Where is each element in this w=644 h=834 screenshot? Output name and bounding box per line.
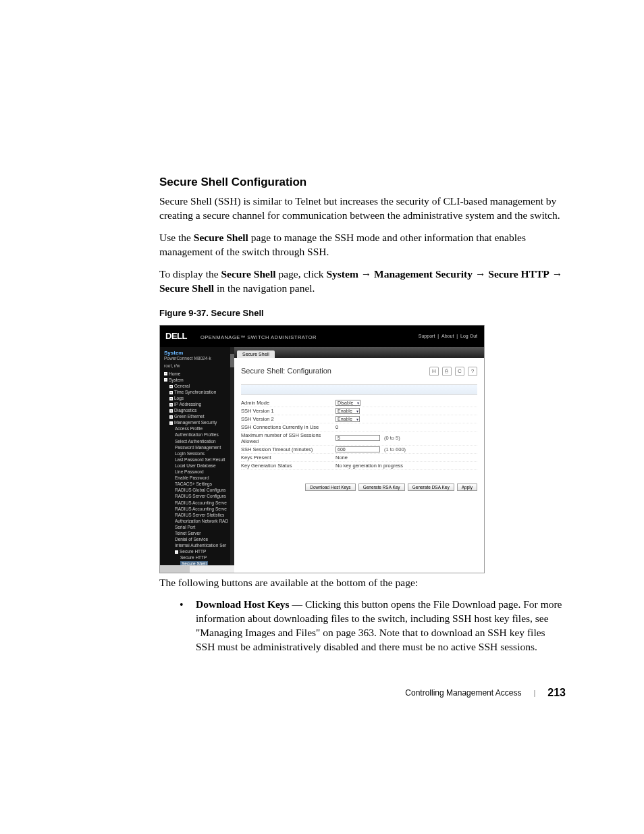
nav-item[interactable]: Secure HTTP (180, 554, 234, 561)
page-footer: Controlling Management Access | 213 (405, 687, 566, 699)
nav-item-label: RADIUS Server Statistics (175, 513, 224, 517)
nav-item[interactable]: +Logs (169, 395, 234, 401)
nav-item-label: Access Profile (175, 426, 203, 431)
generate-rsa-key-button[interactable]: Generate RSA Key (358, 484, 405, 491)
print-icon[interactable]: ⎙ (442, 367, 452, 376)
paragraph-after-figure: The following buttons are available at t… (159, 576, 566, 590)
nav-item[interactable]: Enable Password (175, 475, 234, 481)
tree-toggle-icon[interactable]: + (169, 403, 173, 407)
nav-item[interactable]: Line Password (175, 469, 234, 475)
nav-item[interactable]: Last Password Set Result (175, 457, 234, 463)
nav-item[interactable]: RADIUS Server Configura (175, 493, 234, 499)
tree-toggle-icon[interactable]: − (169, 421, 173, 425)
app-title: OPENMANAGE™ SWITCH ADMINISTRATOR (200, 334, 317, 340)
nav-item[interactable]: Password Management (175, 444, 234, 450)
text-bold: Secure Shell (159, 282, 214, 294)
nav-item-label: Green Ethernet (174, 414, 204, 419)
label-max-sessions: Maximum number of SSH Sessions Allowed (241, 432, 336, 444)
nav-item-label: RADIUS Accounting Serve (175, 500, 227, 505)
nav-item-label: Secure HTTP (180, 549, 206, 554)
nav-sidebar[interactable]: System PowerConnect M8024-k root, r/w −H… (160, 347, 234, 565)
tree-toggle-icon[interactable]: + (169, 409, 173, 413)
tree-toggle-icon[interactable]: + (169, 397, 173, 400)
bullet-term: Download Host Keys (196, 598, 290, 610)
nav-item[interactable]: RADIUS Accounting Serve (175, 500, 234, 506)
nav-item[interactable]: Authentication Profiles (175, 432, 234, 438)
nav-item[interactable]: Access Profile (175, 425, 234, 432)
hint-max-sessions: (0 to 5) (384, 435, 400, 441)
nav-item-label: Authentication Profiles (175, 432, 219, 437)
link-logout[interactable]: Log Out (460, 334, 477, 338)
save-icon[interactable]: H (429, 367, 439, 376)
nav-item-label: Logs (174, 396, 184, 400)
nav-item[interactable]: RADIUS Global Configura (175, 487, 234, 493)
nav-item[interactable]: Select Authentication (175, 438, 234, 444)
input-max-sessions[interactable]: 5 (336, 435, 380, 441)
footer-page-number: 213 (547, 687, 566, 699)
nav-item-label: RADIUS Accounting Serve (175, 506, 227, 511)
tab-secure-shell[interactable]: Secure Shell (237, 350, 275, 358)
sidebar-scrollbar[interactable] (230, 347, 234, 565)
tree-toggle-icon[interactable]: + (169, 415, 173, 419)
select-ssh-v1[interactable]: Enable (336, 408, 360, 414)
bullet-download-host-keys: Download Host Keys — Clicking this butto… (176, 598, 566, 654)
nav-item[interactable]: +General (169, 383, 234, 389)
tree-toggle-icon[interactable]: − (164, 378, 167, 382)
nav-item-label: Login Sessions (175, 451, 205, 456)
tree-toggle-icon[interactable]: + (169, 385, 173, 388)
top-links: Support | About | Log Out (417, 334, 479, 338)
nav-item[interactable]: +Green Ethernet (169, 413, 234, 419)
select-admin-mode[interactable]: Disable (336, 400, 360, 406)
nav-item[interactable]: Login Sessions (175, 450, 234, 457)
nav-item[interactable]: +Diagnostics (169, 407, 234, 413)
dell-logo: DELL (165, 331, 187, 341)
nav-item[interactable]: −Home (164, 371, 234, 377)
label-ssh-v1: SSH Version 1 (241, 408, 336, 414)
tree-toggle-icon[interactable]: − (164, 372, 167, 375)
tree-toggle-icon[interactable]: − (175, 550, 178, 554)
tab-row: Secure Shell (234, 347, 484, 358)
nav-item[interactable]: Authorization Network RAD (175, 518, 234, 524)
nav-tree[interactable]: −Home−System+General+Time Synchronizatio… (164, 371, 234, 565)
help-icon[interactable]: ? (468, 367, 477, 376)
nav-item[interactable]: −Secure HTTP (175, 548, 234, 554)
select-ssh-v2[interactable]: Enable (336, 416, 360, 422)
nav-item-label: Serial Port (175, 525, 195, 529)
text: Use the (159, 232, 194, 243)
footer-separator: | (533, 689, 535, 697)
nav-item[interactable]: −System (164, 377, 234, 383)
sidebar-hscroll[interactable] (160, 565, 234, 573)
download-host-keys-button[interactable]: Download Host Keys (305, 484, 355, 491)
text-bold: Secure Shell (221, 268, 275, 280)
label-keygen-status: Key Generation Status (241, 463, 336, 469)
nav-item-label: Local User Database (175, 463, 216, 468)
sidebar-device: PowerConnect M8024-k (164, 356, 234, 361)
nav-item-label: Internal Authentication Ser (175, 543, 226, 548)
nav-item[interactable]: Internal Authentication Ser (175, 542, 234, 548)
sidebar-title: System (164, 350, 234, 356)
tree-toggle-icon[interactable]: + (169, 391, 173, 394)
text: page, click (276, 268, 327, 280)
nav-item[interactable]: RADIUS Server Statistics (175, 512, 234, 518)
main-panel: Secure Shell Secure Shell: Configuration… (234, 347, 484, 565)
nav-item[interactable]: Local User Database (175, 463, 234, 469)
nav-item[interactable]: Telnet Server (175, 530, 234, 536)
hint-timeout: (1 to 600) (384, 446, 406, 452)
link-about[interactable]: About (441, 334, 454, 338)
nav-item[interactable]: +IP Addressing (169, 401, 234, 407)
app-topbar: DELL OPENMANAGE™ SWITCH ADMINISTRATOR Su… (160, 325, 484, 347)
nav-item[interactable]: Denial of Service (175, 536, 234, 542)
nav-item[interactable]: −Management Security (169, 419, 234, 425)
apply-button[interactable]: Apply (457, 484, 477, 491)
text: in the navigation panel. (214, 282, 315, 294)
input-timeout[interactable]: 600 (336, 446, 380, 452)
generate-dsa-key-button[interactable]: Generate DSA Key (408, 484, 454, 491)
button-row: Download Host Keys Generate RSA Key Gene… (241, 484, 477, 491)
refresh-icon[interactable]: C (455, 367, 464, 376)
nav-item[interactable]: TACACS+ Settings (175, 481, 234, 487)
link-support[interactable]: Support (419, 334, 435, 338)
nav-item[interactable]: +Time Synchronization (169, 389, 234, 395)
nav-item[interactable]: Serial Port (175, 524, 234, 530)
nav-item[interactable]: RADIUS Accounting Serve (175, 506, 234, 512)
nav-item-label: Home (169, 371, 180, 376)
